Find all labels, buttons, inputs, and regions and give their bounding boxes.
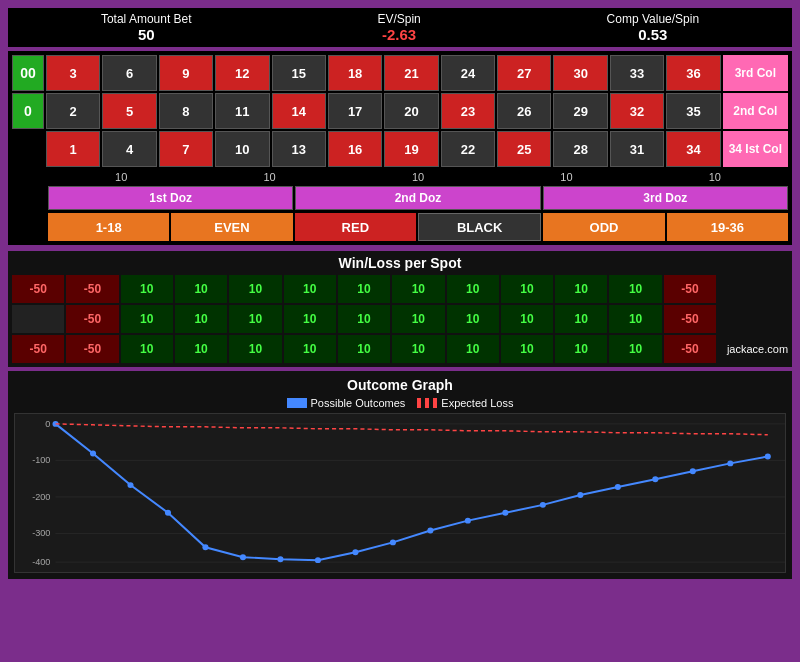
- number-cell-4[interactable]: 4: [102, 131, 156, 167]
- wl-cell-3-3: 10: [175, 335, 227, 363]
- bet-red[interactable]: RED: [295, 213, 416, 241]
- svg-point-48: [727, 460, 733, 466]
- wl-cell-1-2: 10: [121, 275, 173, 303]
- svg-text:-300: -300: [32, 529, 50, 539]
- dozen-1st[interactable]: 1st Doz: [48, 186, 293, 210]
- svg-point-36: [277, 556, 283, 562]
- number-cell-15[interactable]: 15: [272, 55, 326, 91]
- bet-1-18[interactable]: 1-18: [48, 213, 169, 241]
- legend-expected-label: Expected Loss: [441, 397, 513, 409]
- dozen-2nd[interactable]: 2nd Doz: [295, 186, 540, 210]
- number-cell-21[interactable]: 21: [384, 55, 438, 91]
- winloss-title: Win/Loss per Spot: [12, 255, 788, 271]
- wl-cell-3-5: 10: [284, 335, 336, 363]
- bet-19-36[interactable]: 19-36: [667, 213, 788, 241]
- number-cell-26[interactable]: 26: [497, 93, 551, 129]
- number-cell-23[interactable]: 23: [441, 93, 495, 129]
- street-2[interactable]: 10: [196, 169, 342, 183]
- number-cell-6[interactable]: 6: [102, 55, 156, 91]
- svg-point-33: [165, 510, 171, 516]
- bet-black[interactable]: BLACK: [418, 213, 541, 241]
- wl-cell-3-6: 10: [338, 335, 390, 363]
- number-cell-29[interactable]: 29: [553, 93, 607, 129]
- street-5[interactable]: 10: [642, 169, 788, 183]
- wl-cell-2-12: -50: [664, 305, 716, 333]
- number-cell-11[interactable]: 11: [215, 93, 269, 129]
- ev-value: -2.63: [377, 26, 420, 43]
- wl-cell-1-8: 10: [447, 275, 499, 303]
- number-cell-33[interactable]: 33: [610, 55, 664, 91]
- zero-00[interactable]: 00: [12, 55, 44, 91]
- number-cell-22[interactable]: 22: [441, 131, 495, 167]
- svg-text:12: 12: [276, 570, 286, 572]
- total-bet-value: 50: [101, 26, 192, 43]
- street-1[interactable]: 10: [48, 169, 194, 183]
- number-cell-20[interactable]: 20: [384, 93, 438, 129]
- number-cell-13[interactable]: 13: [272, 131, 326, 167]
- svg-point-37: [315, 557, 321, 563]
- jackace-label: jackace.com: [718, 343, 788, 355]
- number-cell-12[interactable]: 12: [215, 55, 269, 91]
- total-bet-block: Total Amount Bet 50: [101, 12, 192, 43]
- wl-side-left-1: -50: [12, 275, 64, 303]
- number-cell-2[interactable]: 2: [46, 93, 100, 129]
- wl-cell-2-10: 10: [555, 305, 607, 333]
- svg-text:6: 6: [166, 570, 171, 572]
- legend-expected: Expected Loss: [417, 397, 513, 409]
- wl-cell-1-4: 10: [229, 275, 281, 303]
- total-bet-label: Total Amount Bet: [101, 12, 192, 26]
- street-3[interactable]: 10: [345, 169, 491, 183]
- number-cell-8[interactable]: 8: [159, 93, 213, 129]
- number-cell-32[interactable]: 32: [610, 93, 664, 129]
- bet-even[interactable]: EVEN: [171, 213, 292, 241]
- number-cell-25[interactable]: 25: [497, 131, 551, 167]
- number-cell-30[interactable]: 30: [553, 55, 607, 91]
- dozen-3rd[interactable]: 3rd Doz: [543, 186, 788, 210]
- outside-bets: 1-18 EVEN RED BLACK ODD 19-36: [48, 213, 788, 241]
- winloss-grid: -50 -50 10 10 10 10 10 10 10 10 10 10 -5…: [12, 275, 788, 363]
- number-cell-27[interactable]: 27: [497, 55, 551, 91]
- number-cell-36[interactable]: 36: [666, 55, 720, 91]
- svg-text:20: 20: [426, 570, 436, 572]
- wl-cell-2-6: 10: [338, 305, 390, 333]
- wl-cell-2-5: 10: [284, 305, 336, 333]
- number-cell-7[interactable]: 7: [159, 131, 213, 167]
- svg-text:38: 38: [763, 570, 773, 572]
- number-cell-18[interactable]: 18: [328, 55, 382, 91]
- number-cell-5[interactable]: 5: [102, 93, 156, 129]
- roulette-board: 00 0 36912151821242730333625811141720232…: [8, 51, 792, 245]
- svg-text:-100: -100: [32, 455, 50, 465]
- street-4[interactable]: 10: [493, 169, 639, 183]
- wl-cell-2-3: 10: [175, 305, 227, 333]
- number-cell-34[interactable]: 34: [666, 131, 720, 167]
- winloss-row-2: -50 10 10 10 10 10 10 10 10 10 10 -50: [12, 305, 788, 333]
- number-cell-17[interactable]: 17: [328, 93, 382, 129]
- wl-cell-3-8: 10: [447, 335, 499, 363]
- col-3rd[interactable]: 3rd Col: [723, 55, 788, 91]
- wl-cell-3-2: 10: [121, 335, 173, 363]
- number-cell-9[interactable]: 9: [159, 55, 213, 91]
- number-cell-35[interactable]: 35: [666, 93, 720, 129]
- wl-cell-2-9: 10: [501, 305, 553, 333]
- svg-text:0: 0: [45, 419, 50, 429]
- number-cell-19[interactable]: 19: [384, 131, 438, 167]
- number-cell-10[interactable]: 10: [215, 131, 269, 167]
- col-1st[interactable]: 34 Ist Col: [723, 131, 788, 167]
- number-cell-24[interactable]: 24: [441, 55, 495, 91]
- svg-point-39: [390, 539, 396, 545]
- legend-possible-label: Possible Outcomes: [311, 397, 406, 409]
- zero-0[interactable]: 0: [12, 93, 44, 129]
- bet-odd[interactable]: ODD: [543, 213, 664, 241]
- number-cell-31[interactable]: 31: [610, 131, 664, 167]
- number-cell-16[interactable]: 16: [328, 131, 382, 167]
- col-2nd[interactable]: 2nd Col: [723, 93, 788, 129]
- graph-svg: 0 -100 -200 -300 -400 Start 2 4 6 8 10 1…: [15, 414, 785, 572]
- svg-text:22: 22: [463, 570, 473, 572]
- number-cell-3[interactable]: 3: [46, 55, 100, 91]
- number-cell-28[interactable]: 28: [553, 131, 607, 167]
- wl-side-left-2: [12, 305, 64, 333]
- svg-text:10: 10: [238, 570, 248, 572]
- wl-cell-3-11: 10: [609, 335, 661, 363]
- number-cell-14[interactable]: 14: [272, 93, 326, 129]
- number-cell-1[interactable]: 1: [46, 131, 100, 167]
